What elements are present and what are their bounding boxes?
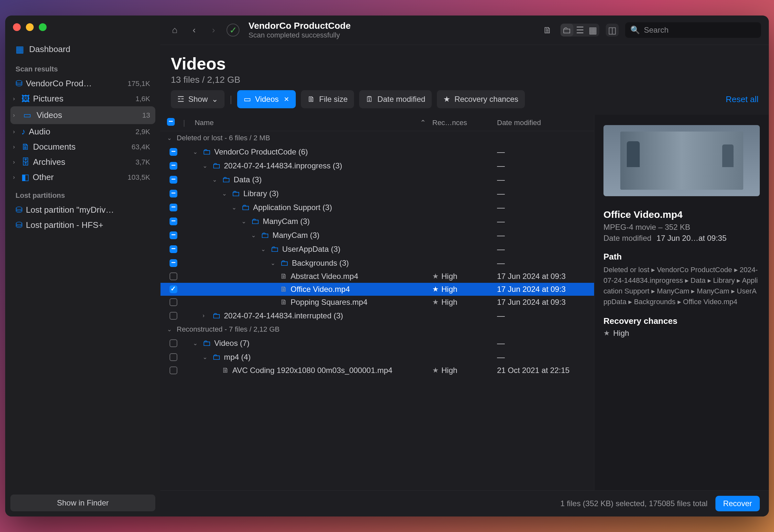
row-name: ManyCam (3) — [263, 217, 310, 226]
folder-row[interactable]: ⌄🗀2024-07-24-144834.inprogress (3)— — [160, 159, 594, 173]
row-checkbox[interactable] — [167, 339, 180, 347]
row-checkbox[interactable] — [167, 204, 180, 211]
chevron-down-icon[interactable]: ⌄ — [261, 246, 267, 253]
row-checkbox[interactable] — [167, 218, 180, 225]
sidebar-pictures-item[interactable]: › 🖼 Pictures 1,6K — [10, 91, 155, 106]
file-row[interactable]: 🗎AVC Coding 1920x1080 00m03s_000001.mp4★… — [160, 364, 594, 377]
chevron-down-icon[interactable]: ⌄ — [193, 340, 199, 347]
back-button[interactable]: ‹ — [188, 24, 201, 37]
sidebar-audio-item[interactable]: › ♪ Audio 2,9K — [10, 124, 155, 139]
sidebar-other-item[interactable]: › ◧ Other 103,5K — [10, 170, 155, 185]
file-size-filter-button[interactable]: 🗎 File size — [301, 90, 354, 108]
chevron-right-icon[interactable]: › — [203, 312, 209, 319]
recover-button[interactable]: Recover — [715, 496, 760, 511]
dashboard-nav[interactable]: ▦ Dashboard — [10, 40, 155, 59]
folder-row[interactable]: ⌄🗀Videos (7)— — [160, 336, 594, 350]
folder-row[interactable]: ⌄🗀Data (3)— — [160, 173, 594, 186]
remove-filter-icon[interactable]: ✕ — [284, 95, 289, 103]
file-row[interactable]: 🗎Popping Squares.mp4★High17 Jun 2024 at … — [160, 296, 594, 309]
file-row[interactable]: 🗎Office Video.mp4★High17 Jun 2024 at 09:… — [160, 283, 594, 296]
sidebar-videos-item[interactable]: › ▭ Videos 13 — [10, 106, 155, 124]
recovery-value: High — [441, 298, 457, 307]
show-in-finder-button[interactable]: Show in Finder — [10, 495, 155, 511]
sidebar-toggle-button[interactable]: ◫ — [606, 24, 619, 37]
sidebar-item-count: 103,5K — [127, 173, 155, 182]
row-checkbox[interactable] — [167, 231, 180, 239]
select-all-checkbox[interactable] — [167, 118, 180, 128]
folder-row[interactable]: ⌄🗀UserAppData (3)— — [160, 242, 594, 256]
folder-row[interactable]: ⌄🗀mp4 (4)— — [160, 350, 594, 364]
show-filter-button[interactable]: ☲ Show ⌄ — [171, 90, 225, 108]
disclosure-icon[interactable]: › — [13, 159, 18, 165]
recovery-column-header[interactable]: Rec…nces — [432, 119, 497, 127]
preview-thumbnail[interactable] — [604, 125, 760, 196]
disclosure-icon[interactable]: › — [13, 112, 18, 119]
date-modified-filter-button[interactable]: 🗓 Date modified — [359, 90, 432, 108]
folder-row[interactable]: ›🗀2024-07-24-144834.interrupted (3)— — [160, 309, 594, 323]
sidebar-disk-item[interactable]: ⛁ VendorCo Prod… 175,1K — [10, 76, 155, 91]
minimize-window-button[interactable] — [26, 23, 34, 31]
file-view-button[interactable]: 🗎 — [541, 24, 554, 37]
folder-icon: 🗀 — [212, 352, 221, 362]
list-view-button[interactable]: ☰ — [573, 24, 586, 37]
row-checkbox[interactable] — [167, 272, 180, 280]
lost-partition-item[interactable]: ⛁ Lost partition "myDriv… — [10, 202, 155, 218]
disclosure-icon[interactable]: › — [13, 144, 18, 150]
disclosure-icon[interactable]: › — [13, 95, 18, 102]
folder-row[interactable]: ⌄🗀Application Support (3)— — [160, 200, 594, 214]
folder-view-button[interactable]: 🗀 — [560, 24, 573, 37]
folder-row[interactable]: ⌄🗀Backgrounds (3)— — [160, 256, 594, 270]
row-checkbox[interactable] — [167, 190, 180, 197]
group-header[interactable]: ⌄ Deleted or lost - 6 files / 2 MB — [160, 131, 594, 145]
home-button[interactable]: ⌂ — [168, 24, 181, 37]
row-name: VendorCo ProductCode (6) — [214, 147, 308, 156]
folder-row[interactable]: ⌄🗀ManyCam (3)— — [160, 228, 594, 242]
chevron-down-icon[interactable]: ⌄ — [242, 218, 248, 225]
chevron-down-icon[interactable]: ⌄ — [271, 260, 277, 267]
forward-button[interactable]: › — [207, 24, 220, 37]
row-name: Videos (7) — [214, 339, 250, 348]
chevron-down-icon[interactable]: ⌄ — [203, 354, 209, 361]
recovery-chances-filter-button[interactable]: ★ Recovery chances — [437, 90, 524, 108]
row-date: 21 Oct 2021 at 22:15 — [497, 366, 588, 375]
disclosure-icon[interactable]: › — [13, 174, 18, 181]
maximize-window-button[interactable] — [39, 23, 47, 31]
row-checkbox[interactable] — [167, 367, 180, 374]
chevron-down-icon[interactable]: ⌄ — [212, 176, 219, 183]
file-row[interactable]: 🗎Abstract Video.mp4★High17 Jun 2024 at 0… — [160, 270, 594, 283]
chevron-down-icon[interactable]: ⌄ — [167, 134, 173, 142]
chevron-down-icon[interactable]: ⌄ — [167, 326, 173, 333]
group-header[interactable]: ⌄ Reconstructed - 7 files / 2,12 GB — [160, 323, 594, 336]
row-checkbox[interactable] — [167, 245, 180, 253]
row-checkbox[interactable] — [167, 298, 180, 306]
folder-row[interactable]: ⌄🗀ManyCam (3)— — [160, 214, 594, 228]
date-column-header[interactable]: Date modified — [497, 119, 588, 127]
folder-icon: 🗀 — [222, 175, 231, 185]
folder-icon: 🗀 — [280, 258, 289, 268]
row-checkbox[interactable] — [167, 312, 180, 320]
videos-filter-chip[interactable]: ▭ Videos ✕ — [237, 90, 296, 108]
row-checkbox[interactable] — [167, 259, 180, 267]
folder-row[interactable]: ⌄🗀VendorCo ProductCode (6)— — [160, 145, 594, 159]
close-window-button[interactable] — [13, 23, 21, 31]
chevron-down-icon[interactable]: ⌄ — [203, 162, 209, 169]
sidebar-archives-item[interactable]: › 🗄 Archives 3,7K — [10, 154, 155, 170]
folder-row[interactable]: ⌄🗀Library (3)— — [160, 186, 594, 200]
row-checkbox[interactable] — [167, 176, 180, 184]
reset-all-button[interactable]: Reset all — [726, 94, 758, 104]
sidebar-documents-item[interactable]: › 🗎 Documents 63,4K — [10, 139, 155, 154]
chevron-down-icon[interactable]: ⌄ — [251, 232, 258, 239]
row-checkbox[interactable] — [167, 148, 180, 156]
row-checkbox[interactable] — [167, 353, 180, 361]
grid-view-button[interactable]: ▦ — [586, 24, 599, 37]
recovery-value: High — [613, 329, 629, 338]
name-column-header[interactable]: Name⌃ — [188, 119, 432, 127]
disclosure-icon[interactable]: › — [13, 128, 18, 135]
chevron-down-icon[interactable]: ⌄ — [222, 190, 229, 197]
lost-partition-item[interactable]: ⛁ Lost partition - HFS+ — [10, 218, 155, 233]
chevron-down-icon[interactable]: ⌄ — [193, 148, 199, 155]
chevron-down-icon[interactable]: ⌄ — [232, 204, 238, 211]
search-field[interactable]: 🔍 Search — [625, 22, 761, 38]
row-checkbox[interactable] — [167, 285, 180, 293]
row-checkbox[interactable] — [167, 162, 180, 170]
